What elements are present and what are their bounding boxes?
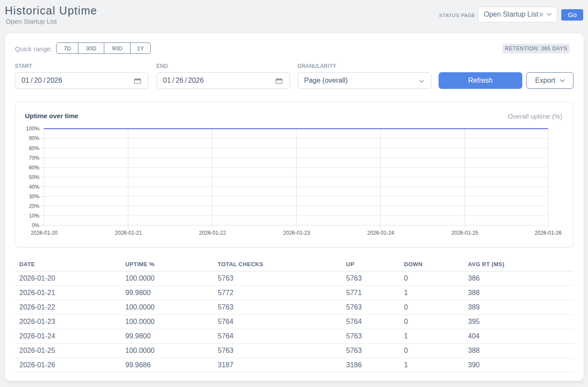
svg-text:2026-01-26: 2026-01-26 (535, 230, 562, 236)
svg-text:2026-01-25: 2026-01-25 (451, 230, 478, 236)
svg-text:2026-01-21: 2026-01-21 (115, 230, 142, 236)
svg-text:100%: 100% (26, 126, 39, 132)
svg-text:50%: 50% (29, 174, 39, 180)
svg-text:2026-01-24: 2026-01-24 (367, 230, 394, 236)
svg-text:2026-01-23: 2026-01-23 (283, 230, 310, 236)
svg-text:40%: 40% (29, 184, 39, 190)
svg-text:20%: 20% (29, 203, 39, 209)
svg-text:90%: 90% (29, 135, 39, 141)
svg-text:2026-01-22: 2026-01-22 (199, 230, 226, 236)
svg-text:70%: 70% (29, 155, 39, 161)
svg-text:60%: 60% (29, 165, 39, 171)
svg-text:10%: 10% (29, 213, 39, 219)
svg-text:30%: 30% (29, 194, 39, 200)
svg-text:80%: 80% (29, 145, 39, 151)
svg-text:0%: 0% (32, 222, 40, 229)
svg-text:2026-01-20: 2026-01-20 (31, 230, 58, 236)
